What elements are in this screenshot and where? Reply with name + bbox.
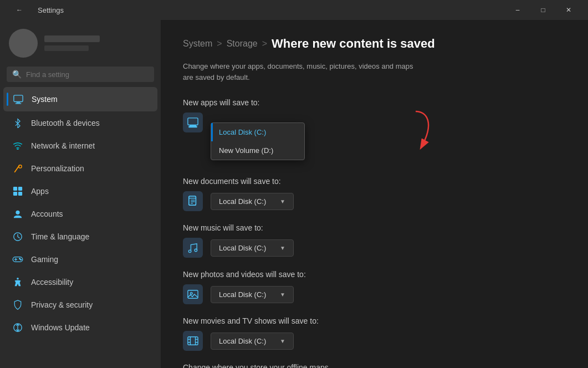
music-dropdown-btn[interactable]: Local Disk (C:) ▼: [211, 239, 294, 257]
photos-selected-value: Local Disk (C:): [219, 290, 266, 299]
user-sub-bar: [44, 45, 89, 51]
sidebar-item-label-bluetooth: Bluetooth & devices: [31, 119, 100, 127]
titlebar-title: Settings: [38, 6, 64, 14]
setting-documents: New documents will save to: Local Disk (…: [183, 177, 566, 211]
maps-label: Change where you store your offline maps: [183, 363, 566, 368]
apps-option-c-text: Local Disk (C:): [219, 128, 266, 136]
movies-label: New movies and TV shows will save to:: [183, 316, 566, 325]
titlebar-left: ← Settings: [7, 0, 64, 20]
avatar: [9, 29, 38, 58]
music-row: Local Disk (C:) ▼: [183, 238, 566, 258]
photos-dropdown[interactable]: Local Disk (C:) ▼: [211, 286, 294, 303]
sidebar: 🔍 System Bluetooth & devices: [0, 20, 161, 368]
personalization-icon: [12, 163, 23, 174]
music-dropdown[interactable]: Local Disk (C:) ▼: [211, 239, 294, 257]
svg-point-11: [16, 211, 19, 214]
setting-music: New music will save to: Local Disk (C:) …: [183, 223, 566, 258]
sidebar-item-label-accounts: Accounts: [31, 209, 63, 218]
nav-list: System Bluetooth & devices Network & int…: [0, 86, 161, 339]
time-icon: [12, 231, 23, 242]
apps-row: Local Disk (C:) New Volume (D:): [183, 113, 566, 132]
back-button[interactable]: ←: [7, 0, 32, 20]
main-content: System > Storage > Where new content is …: [161, 20, 588, 368]
music-label: New music will save to:: [183, 223, 566, 232]
photos-dropdown-btn[interactable]: Local Disk (C:) ▼: [211, 286, 294, 303]
svg-point-27: [195, 249, 197, 252]
photos-label: New photos and videos will save to:: [183, 270, 566, 279]
search-icon: 🔍: [12, 70, 22, 79]
breadcrumb: System > Storage > Where new content is …: [183, 37, 566, 51]
apps-option-d-text: New Volume (D:): [219, 146, 273, 155]
svg-point-18: [17, 278, 19, 280]
sidebar-item-accounts[interactable]: Accounts: [3, 203, 157, 225]
photos-chevron-icon: ▼: [280, 292, 285, 298]
close-button[interactable]: ✕: [556, 0, 581, 20]
breadcrumb-current: Where new content is saved: [272, 37, 435, 51]
svg-point-17: [21, 259, 22, 260]
page-description: Change where your apps, documents, music…: [183, 61, 566, 83]
apps-option-d[interactable]: New Volume (D:): [211, 141, 304, 160]
svg-rect-30: [188, 337, 198, 345]
sidebar-item-label-personalization: Personalization: [31, 164, 84, 173]
sidebar-item-network[interactable]: Network & internet: [3, 135, 157, 157]
music-chevron-icon: ▼: [280, 245, 285, 251]
sidebar-item-privacy[interactable]: Privacy & security: [3, 294, 157, 316]
sidebar-item-update[interactable]: Windows Update: [3, 316, 157, 339]
svg-point-6: [19, 165, 22, 168]
breadcrumb-system[interactable]: System: [183, 39, 212, 49]
titlebar: ← Settings – □ ✕: [0, 0, 588, 20]
minimize-button[interactable]: –: [505, 0, 530, 20]
sidebar-item-apps[interactable]: Apps: [3, 180, 157, 202]
sidebar-item-label-gaming: Gaming: [31, 255, 58, 264]
sidebar-item-gaming[interactable]: Gaming: [3, 248, 157, 270]
setting-apps: New apps will save to: Local Disk (C:) N…: [183, 98, 566, 132]
apps-icon: [12, 186, 23, 197]
svg-rect-24: [189, 196, 196, 205]
sidebar-item-label-time: Time & language: [31, 232, 89, 241]
apps-setting-icon: [183, 113, 203, 132]
accounts-icon: [12, 208, 23, 219]
sidebar-item-bluetooth[interactable]: Bluetooth & devices: [3, 112, 157, 134]
privacy-icon: [12, 299, 23, 310]
svg-point-29: [190, 292, 192, 294]
movies-selected-value: Local Disk (C:): [219, 337, 266, 345]
search-input[interactable]: [26, 70, 149, 79]
maximize-button[interactable]: □: [530, 0, 556, 20]
search-box[interactable]: 🔍: [7, 67, 154, 82]
movies-chevron-icon: ▼: [280, 338, 285, 344]
svg-rect-1: [16, 102, 20, 103]
documents-dropdown[interactable]: Local Disk (C:) ▼: [211, 193, 294, 210]
photos-row: Local Disk (C:) ▼: [183, 284, 566, 304]
sidebar-item-label-network: Network & internet: [31, 141, 95, 150]
apps-option-c[interactable]: Local Disk (C:): [211, 123, 304, 141]
documents-chevron-icon: ▼: [280, 198, 285, 205]
svg-rect-23: [189, 126, 197, 127]
movies-setting-icon: [183, 331, 203, 351]
update-icon: [12, 322, 23, 333]
svg-rect-7: [13, 187, 17, 191]
setting-movies: New movies and TV shows will save to: Lo…: [183, 316, 566, 351]
documents-dropdown-btn[interactable]: Local Disk (C:) ▼: [211, 193, 294, 210]
active-indicator: [7, 93, 8, 106]
svg-point-26: [188, 250, 191, 253]
apps-label: New apps will save to:: [183, 98, 566, 107]
movies-dropdown-btn[interactable]: Local Disk (C:) ▼: [211, 333, 294, 350]
svg-rect-8: [18, 187, 22, 191]
movies-row: Local Disk (C:) ▼: [183, 331, 566, 351]
breadcrumb-storage[interactable]: Storage: [227, 39, 258, 49]
apps-dropdown-popup[interactable]: Local Disk (C:) New Volume (D:): [211, 122, 305, 160]
sidebar-item-accessibility[interactable]: Accessibility: [3, 271, 157, 293]
movies-dropdown[interactable]: Local Disk (C:) ▼: [211, 333, 294, 350]
svg-rect-2: [16, 103, 22, 104]
sidebar-item-system[interactable]: System: [3, 87, 157, 111]
sidebar-item-time[interactable]: Time & language: [3, 226, 157, 248]
svg-rect-0: [14, 95, 23, 102]
sidebar-item-label-update: Windows Update: [31, 323, 90, 332]
setting-photos: New photos and videos will save to: Loca…: [183, 270, 566, 304]
user-name-bar: [44, 35, 100, 42]
documents-setting-icon: [183, 191, 203, 211]
sidebar-item-personalization[interactable]: Personalization: [3, 157, 157, 180]
sidebar-item-label-system: System: [32, 95, 58, 104]
network-icon: [12, 140, 23, 151]
system-icon: [13, 94, 24, 105]
